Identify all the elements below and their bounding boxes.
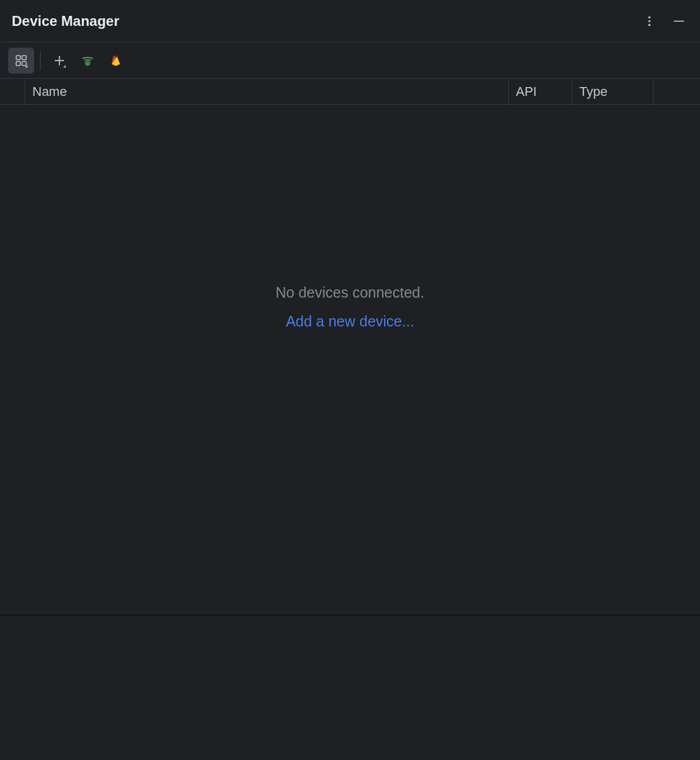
pair-wifi-button[interactable] [75, 48, 101, 74]
more-vert-icon [643, 15, 656, 28]
toolbar [0, 42, 700, 79]
more-options-button[interactable] [640, 12, 659, 31]
minimize-button[interactable] [669, 12, 688, 31]
add-device-link[interactable]: Add a new device... [286, 313, 414, 330]
svg-point-0 [648, 16, 651, 18]
firebase-icon [109, 54, 123, 68]
svg-point-1 [648, 20, 651, 22]
column-api[interactable]: API [508, 79, 572, 104]
minimize-icon [671, 14, 686, 29]
empty-message: No devices connected. [276, 284, 425, 301]
bottom-bar [0, 615, 700, 665]
grid-icon [14, 54, 28, 68]
grid-view-button[interactable] [8, 48, 34, 74]
svg-rect-4 [16, 55, 21, 59]
panel-title: Device Manager [12, 13, 119, 29]
firebase-button[interactable] [103, 48, 129, 74]
empty-state: No devices connected. Add a new device..… [0, 105, 700, 615]
header-actions [640, 12, 688, 31]
column-actions [653, 79, 700, 104]
panel-header: Device Manager [0, 0, 700, 42]
svg-point-2 [648, 24, 651, 26]
column-expand[interactable] [0, 79, 25, 104]
wifi-add-icon [80, 53, 95, 68]
table-header: Name API Type [0, 79, 700, 105]
add-device-button[interactable] [46, 48, 72, 74]
column-name[interactable]: Name [25, 79, 508, 104]
svg-rect-7 [22, 61, 26, 65]
svg-rect-5 [22, 55, 26, 59]
svg-rect-6 [16, 61, 21, 65]
column-type[interactable]: Type [572, 79, 653, 104]
toolbar-divider [40, 51, 41, 70]
plus-icon [52, 54, 66, 68]
